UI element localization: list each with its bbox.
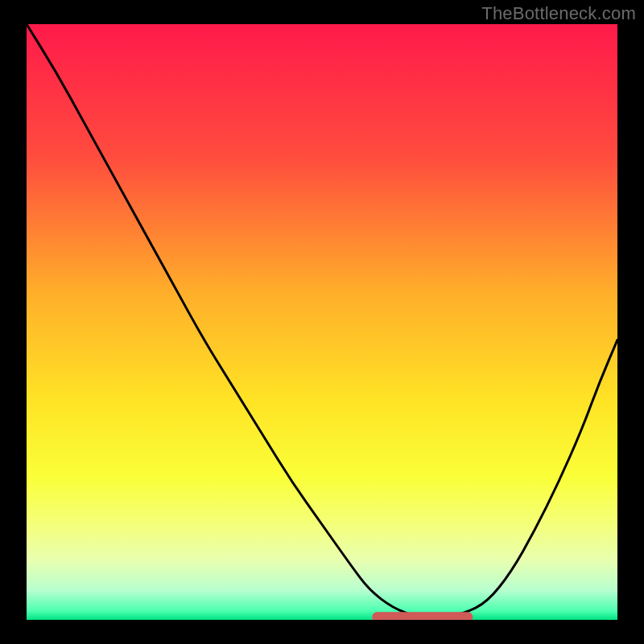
plot-area (27, 24, 617, 620)
chart-frame: TheBottleneck.com (0, 0, 644, 644)
gradient-background (27, 24, 617, 620)
chart-svg (27, 24, 617, 620)
optimal-range-marker (372, 612, 473, 620)
watermark-text: TheBottleneck.com (481, 3, 636, 24)
